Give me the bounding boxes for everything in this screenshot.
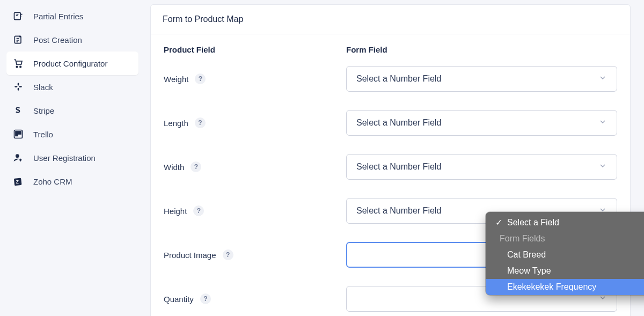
length-select[interactable]: Select a Number Field xyxy=(346,110,617,136)
select-placeholder: Select a Number Field xyxy=(356,162,441,172)
weight-select[interactable]: Select a Number Field xyxy=(346,66,617,92)
svg-rect-0 xyxy=(14,12,21,19)
post-creation-icon xyxy=(13,34,24,45)
form-field-select-wrapper: Select a Number Field xyxy=(346,66,617,92)
product-field-label: Weight xyxy=(164,75,188,84)
sidebar-item-trello[interactable]: Trello xyxy=(6,122,138,146)
sidebar-item-label: Zoho CRM xyxy=(33,177,72,186)
svg-rect-10 xyxy=(19,131,21,134)
form-field-select-wrapper: Select a Number Field xyxy=(346,110,617,136)
sidebar-item-zoho-crm[interactable]: Z Zoho CRM xyxy=(6,170,138,193)
dropdown-group-label: Form Fields xyxy=(500,234,545,244)
dropdown-option-label: Select a Field xyxy=(507,218,559,227)
form-field-header: Form Field xyxy=(346,45,617,54)
svg-rect-5 xyxy=(19,86,22,87)
slack-icon xyxy=(13,82,24,92)
chevron-down-icon xyxy=(598,161,607,172)
help-icon[interactable]: ? xyxy=(200,293,211,304)
partial-entries-icon xyxy=(13,11,24,21)
sidebar-item-label: Partial Entries xyxy=(33,12,83,21)
product-field-label-cell: Length ? xyxy=(164,117,346,128)
map-row-weight: Weight ? Select a Number Field xyxy=(164,66,617,92)
svg-point-11 xyxy=(16,154,19,158)
form-field-select-wrapper: Select a Number Field xyxy=(346,154,617,180)
sidebar-item-partial-entries[interactable]: Partial Entries xyxy=(6,4,138,28)
help-icon[interactable]: ? xyxy=(191,161,201,172)
sidebar: Partial Entries Post Creation Produc xyxy=(0,0,145,316)
zoho-icon: Z xyxy=(13,176,24,187)
product-field-label: Length xyxy=(164,119,188,128)
sidebar-item-label: Product Configurator xyxy=(33,59,107,68)
product-field-label: Product Image xyxy=(164,251,216,260)
product-field-label: Quantity xyxy=(164,295,194,304)
panel-title: Form to Product Map xyxy=(151,5,630,34)
product-field-label-cell: Product Image ? xyxy=(164,249,346,260)
app-root: Partial Entries Post Creation Produc xyxy=(0,0,644,316)
sidebar-item-label: Post Creation xyxy=(33,35,82,45)
product-field-label: Width xyxy=(164,163,184,172)
check-icon: ✓ xyxy=(495,217,503,227)
svg-point-3 xyxy=(20,66,21,68)
product-image-dropdown: ✓ Select a Field Form Fields Cat Breed M… xyxy=(486,212,644,295)
dropdown-option-meow-type[interactable]: Meow Type xyxy=(486,263,644,279)
product-field-label-cell: Quantity ? xyxy=(164,293,346,304)
product-field-header: Product Field xyxy=(164,45,346,54)
dropdown-option-cat-breed[interactable]: Cat Breed xyxy=(486,247,644,263)
sidebar-item-product-configurator[interactable]: Product Configurator xyxy=(6,52,138,75)
user-registration-icon xyxy=(13,152,24,163)
sidebar-item-post-creation[interactable]: Post Creation xyxy=(6,28,138,52)
product-field-label: Height xyxy=(164,207,187,216)
map-row-length: Length ? Select a Number Field xyxy=(164,110,617,136)
sidebar-item-user-registration[interactable]: User Registration xyxy=(6,146,138,170)
dropdown-option-label: Ekekekekek Frequency xyxy=(507,282,596,292)
dropdown-option-ekekekekek-frequency[interactable]: Ekekekekek Frequency xyxy=(486,279,644,295)
width-select[interactable]: Select a Number Field xyxy=(346,154,617,180)
help-icon[interactable]: ? xyxy=(195,74,206,84)
chevron-down-icon xyxy=(598,117,607,128)
column-headers: Product Field Form Field xyxy=(164,45,617,54)
sidebar-item-label: Stripe xyxy=(33,106,54,115)
select-placeholder: Select a Number Field xyxy=(356,206,441,216)
sidebar-item-stripe[interactable]: Stripe xyxy=(6,99,138,122)
map-row-width: Width ? Select a Number Field xyxy=(164,154,617,180)
select-placeholder: Select a Number Field xyxy=(356,118,441,128)
sidebar-item-label: Trello xyxy=(33,130,53,139)
help-icon[interactable]: ? xyxy=(195,117,206,128)
svg-point-2 xyxy=(16,66,18,68)
dropdown-option-label: Cat Breed xyxy=(507,250,546,260)
svg-rect-7 xyxy=(18,88,19,91)
svg-rect-6 xyxy=(18,83,19,86)
chevron-down-icon xyxy=(598,74,607,84)
trello-icon xyxy=(13,129,24,139)
chevron-down-icon xyxy=(598,293,607,304)
svg-rect-9 xyxy=(16,131,18,136)
select-placeholder: Select a Number Field xyxy=(356,74,441,84)
stripe-icon xyxy=(13,105,24,116)
sidebar-item-label: User Registration xyxy=(33,153,96,163)
product-field-label-cell: Weight ? xyxy=(164,74,346,84)
dropdown-option-label: Meow Type xyxy=(507,266,551,276)
help-icon[interactable]: ? xyxy=(223,249,233,260)
sidebar-item-slack[interactable]: Slack xyxy=(6,75,138,99)
cart-icon xyxy=(13,58,24,69)
sidebar-item-label: Slack xyxy=(33,83,53,92)
help-icon[interactable]: ? xyxy=(193,205,204,216)
product-field-label-cell: Width ? xyxy=(164,161,346,172)
dropdown-group-form-fields: Form Fields xyxy=(486,231,644,247)
main-content: Form to Product Map Product Field Form F… xyxy=(145,0,644,316)
product-field-label-cell: Height ? xyxy=(164,205,346,216)
svg-text:Z: Z xyxy=(16,179,19,185)
dropdown-option-select-a-field[interactable]: ✓ Select a Field xyxy=(486,214,644,231)
svg-rect-4 xyxy=(14,86,17,87)
